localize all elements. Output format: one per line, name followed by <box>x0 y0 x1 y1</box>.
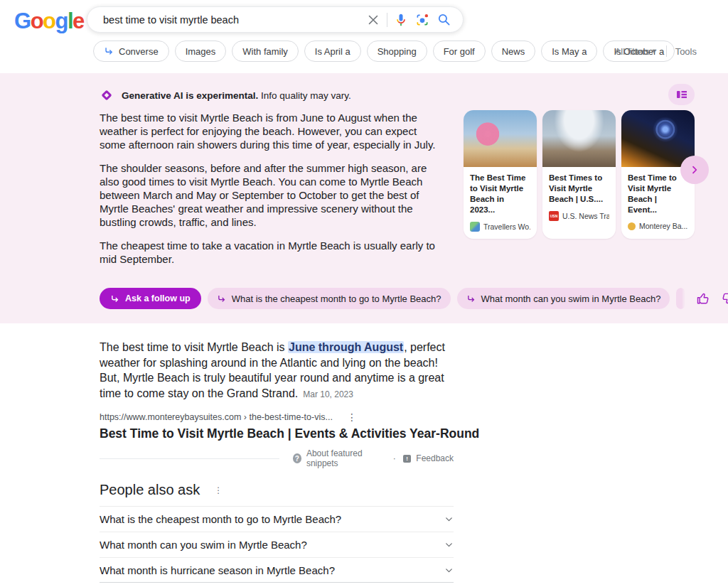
monterey-favicon <box>628 222 636 230</box>
pier-image <box>542 110 616 167</box>
chip-with-family[interactable]: With family <box>232 41 299 62</box>
google-logo[interactable]: Google <box>14 9 84 34</box>
search-divider <box>387 13 387 27</box>
chip-news[interactable]: News <box>491 41 536 62</box>
tools-label: Tools <box>675 46 697 57</box>
feedback-flag-icon: ! <box>403 455 411 463</box>
ai-disclaimer: Generative AI is experimental. Info qual… <box>122 90 351 101</box>
sge-diamond-icon <box>100 88 114 102</box>
chevron-down-icon <box>444 566 454 575</box>
ai-view-toggle-button[interactable] <box>668 84 695 105</box>
cards-next-button[interactable] <box>680 156 709 184</box>
card-source-label: Monterey Ba... <box>639 222 687 230</box>
ai-paragraph: The best time to visit Myrtle Beach is f… <box>100 111 441 151</box>
divider <box>100 458 279 459</box>
source-card[interactable]: The Best Time to Visit Myrtle Beach in 2… <box>464 110 537 239</box>
logo-letter: o <box>31 9 43 34</box>
chip-images[interactable]: Images <box>175 41 227 62</box>
tools-button[interactable]: Tools <box>675 46 697 57</box>
chip-is-april-a[interactable]: Is April a <box>304 41 361 62</box>
ask-follow-up-label: Ask a follow up <box>125 294 191 303</box>
chip-for-golf[interactable]: For golf <box>433 41 486 62</box>
ferris-wheel-day-image <box>464 110 537 167</box>
source-card[interactable]: Best Times to Visit Myrtle Beach | U.S..… <box>542 110 616 239</box>
followup-arrow-icon <box>466 294 476 303</box>
logo-letter: G <box>14 9 31 34</box>
followup-arrow-icon <box>110 294 119 303</box>
card-title: Best Time to Visit Myrtle Beach | Event.… <box>628 173 688 215</box>
followup-chip-label: What month can you swim in Myrtle Beach? <box>481 294 661 304</box>
about-featured-snippets-link[interactable]: About featured snippets <box>306 448 386 468</box>
separator-dot: · <box>393 453 396 463</box>
ai-source-cards: The Best Time to Visit Myrtle Beach in 2… <box>464 110 695 239</box>
chip-label: Converse <box>119 46 159 57</box>
snippet-text-pre: The best time to visit Myrtle Beach is <box>100 341 288 353</box>
people-also-ask-header: People also ask ⋮ <box>100 482 223 498</box>
chip-label: News <box>502 46 525 57</box>
result-title-link[interactable]: Best Time to Visit Myrtle Beach | Events… <box>100 426 479 441</box>
ai-panel-header: Generative AI is experimental. Info qual… <box>100 88 351 102</box>
chip-label: Is May a <box>552 46 587 57</box>
paa-question-cheapest-month[interactable]: What is the cheapest month to go to Myrt… <box>100 506 454 532</box>
travellers-favicon <box>470 222 480 232</box>
followup-arrow-icon <box>217 294 226 303</box>
thumbs-up-button[interactable] <box>696 289 710 308</box>
chip-label: With family <box>242 46 288 57</box>
followup-chip-swim-month[interactable]: What month can you swim in Myrtle Beach? <box>457 288 670 309</box>
chip-shopping[interactable]: Shopping <box>367 41 427 62</box>
chevron-down-icon <box>444 540 454 549</box>
ai-disclaimer-bold: Generative AI is experimental. <box>122 90 258 101</box>
ai-paragraph: The cheapest time to take a vacation in … <box>100 239 441 266</box>
card-source: USN U.S. News Tra... <box>549 211 609 221</box>
chip-converse[interactable]: Converse <box>93 41 169 62</box>
search-input[interactable]: best time to visit myrtle beach <box>103 14 363 26</box>
result-url-row: https://www.montereybaysuites.com › the-… <box>100 412 357 422</box>
converse-arrow-icon <box>104 46 114 56</box>
paa-question-swim-month[interactable]: What month can you swim in Myrtle Beach? <box>100 532 454 557</box>
thumbs-up-icon <box>696 291 710 306</box>
people-also-ask-list: What is the cheapest month to go to Myrt… <box>100 506 454 583</box>
ask-follow-up-button[interactable]: Ask a follow up <box>100 288 201 309</box>
ferris-wheel-night-image <box>621 110 695 167</box>
feedback-link[interactable]: Feedback <box>416 453 454 463</box>
search-bar[interactable]: best time to visit myrtle beach <box>87 6 464 33</box>
paa-question-hurricane-season[interactable]: What month is hurricane season in Myrtle… <box>100 557 454 583</box>
voice-search-icon[interactable] <box>390 9 412 31</box>
more-options-icon[interactable]: ⋮ <box>347 412 357 422</box>
card-body: Best Times to Visit Myrtle Beach | U.S..… <box>542 167 616 228</box>
card-source-label: U.S. News Tra... <box>562 212 609 220</box>
paa-question-label: What is the cheapest month to go to Myrt… <box>100 513 341 525</box>
card-body: The Best Time to Visit Myrtle Beach in 2… <box>464 167 537 239</box>
followup-chip-cheapest-month[interactable]: What is the cheapest month to go to Myrt… <box>208 288 451 309</box>
question-circle-icon: ? <box>293 453 301 463</box>
thumbs-down-button[interactable] <box>721 289 728 308</box>
card-source-label: Travellers Wo... <box>483 222 530 231</box>
generative-ai-panel: Generative AI is experimental. Info qual… <box>0 73 728 323</box>
usnews-favicon: USN <box>549 211 559 221</box>
all-filters-button[interactable]: All filters ▼ <box>615 46 658 57</box>
chip-label: Is April a <box>315 46 350 57</box>
paa-question-label: What month can you swim in Myrtle Beach? <box>100 539 307 551</box>
paa-more-options-icon[interactable]: ⋮ <box>214 486 223 495</box>
thumbs-down-icon <box>721 291 728 306</box>
chip-label: For golf <box>444 46 475 57</box>
snippet-footer: ? About featured snippets · ! Feedback <box>100 452 454 465</box>
chip-is-may-a[interactable]: Is May a <box>541 41 597 62</box>
search-submit-icon[interactable] <box>433 9 454 31</box>
card-title: The Best Time to Visit Myrtle Beach in 2… <box>470 173 530 215</box>
card-title: Best Times to Visit Myrtle Beach | U.S..… <box>549 173 609 205</box>
google-search-results-page: Google best time to visit myrtle beach <box>0 0 728 587</box>
toolbar-divider <box>666 45 667 57</box>
google-lens-icon[interactable] <box>412 9 433 31</box>
ai-disclaimer-rest: Info quality may vary. <box>258 90 350 101</box>
ai-answer-text: The best time to visit Myrtle Beach is f… <box>100 111 441 276</box>
paa-question-label: What month is hurricane season in Myrtle… <box>100 564 335 576</box>
ai-paragraph: The shoulder seasons, before and after t… <box>100 161 441 229</box>
card-source: Monterey Ba... <box>628 222 688 230</box>
chevron-down-icon <box>444 515 454 524</box>
followup-chip-how-many[interactable]: How many d <box>676 288 685 309</box>
clear-search-icon[interactable] <box>363 9 384 31</box>
result-url[interactable]: https://www.montereybaysuites.com › the-… <box>100 412 333 422</box>
followup-chip-label: What is the cheapest month to go to Myrt… <box>232 294 441 304</box>
chip-label: Images <box>186 46 216 57</box>
